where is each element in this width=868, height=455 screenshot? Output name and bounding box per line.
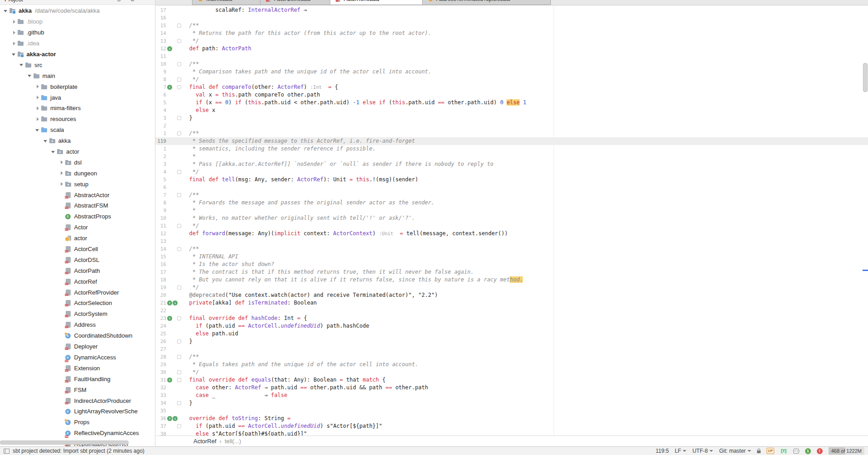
code-line[interactable]: 27: [155, 345, 868, 353]
fold-marker-icon[interactable]: [177, 355, 181, 359]
tree-item-dynamicaccess[interactable]: cDynamicAccess: [0, 352, 155, 363]
fold-marker-icon[interactable]: [177, 247, 181, 251]
notifications-count-badge[interactable]: 1: [805, 448, 811, 454]
git-branch-selector[interactable]: Git: master: [719, 448, 751, 454]
code-line[interactable]: 28 /**: [155, 353, 868, 361]
overrides-marker-icon[interactable]: ↑: [167, 85, 172, 90]
fold-marker-icon[interactable]: [177, 286, 181, 290]
code-line[interactable]: 19 */: [155, 284, 868, 291]
fold-marker-icon[interactable]: [177, 339, 181, 344]
code-line[interactable]: 13: [155, 237, 868, 245]
tree-item-.github[interactable]: .github: [0, 27, 155, 38]
fold-marker-icon[interactable]: [177, 62, 181, 66]
fold-marker-icon[interactable]: [177, 77, 181, 82]
code-line[interactable]: 11 */: [155, 222, 868, 230]
code-line[interactable]: 1 * semantics, including the sender refe…: [155, 145, 868, 153]
toolwindow-toggle-icon[interactable]: [4, 449, 10, 454]
line-separator-selector[interactable]: LF: [675, 448, 686, 454]
code-line[interactable]: 6: [155, 184, 868, 191]
code-line[interactable]: 4 */: [155, 168, 868, 176]
fold-marker-icon[interactable]: [177, 316, 181, 320]
code-line[interactable]: 5 final def tell(msg: Any, sender: Actor…: [155, 176, 868, 184]
fold-marker-icon[interactable]: [177, 116, 181, 120]
code-line-current[interactable]: 119 * Sends the specified message to thi…: [155, 137, 868, 145]
implemented-marker-icon[interactable]: ↓: [167, 46, 172, 51]
chevron-collapsed-icon[interactable]: [34, 116, 41, 122]
code-line[interactable]: 37 if (path.uid == ActorCell.undefinedUi…: [155, 422, 868, 430]
tree-item-address[interactable]: Address: [0, 319, 155, 330]
fold-marker-icon[interactable]: [177, 170, 181, 174]
chevron-expanded-icon[interactable]: [19, 62, 25, 68]
tree-item-actorrefprovider[interactable]: ActorRefProvider: [0, 287, 155, 298]
typed-badge[interactable]: [T]: [780, 448, 787, 454]
code-line[interactable]: 32 case other: ActorRef ⇒ path.uid == ot…: [155, 384, 868, 392]
code-line[interactable]: 9 * Comparison takes path and the unique…: [155, 68, 868, 76]
chevron-collapsed-icon[interactable]: [11, 40, 17, 47]
code-line[interactable]: 13 */: [155, 37, 868, 45]
tree-item-scala[interactable]: scala: [0, 125, 155, 136]
code-line[interactable]: 35: [155, 407, 868, 415]
caret-position[interactable]: 119:5: [656, 448, 669, 454]
code-line[interactable]: 15 /**: [155, 22, 868, 29]
code-line[interactable]: 22: [155, 307, 868, 315]
tree-item-abstractprops[interactable]: tAbstractProps: [0, 211, 155, 222]
tree-item-actor[interactable]: actor: [0, 233, 155, 244]
code-line[interactable]: 23↑ final override def hashCode: Int = {: [155, 315, 868, 322]
tree-item-abstractactor[interactable]: AbstractActor: [0, 189, 155, 200]
code-editor[interactable]: 17 scalaRef: InternalActorRef ⇒1615 /**1…: [155, 5, 868, 436]
code-line[interactable]: 17 * The contract is that if this method…: [155, 268, 868, 276]
code-line[interactable]: 6 val x = this.path compareTo other.path: [155, 91, 868, 99]
overrides-marker-icon[interactable]: ↑: [167, 416, 172, 421]
fold-marker-icon[interactable]: [177, 193, 181, 197]
memory-indicator[interactable]: 468 of 1222M: [829, 447, 864, 455]
robot-icon[interactable]: [793, 449, 799, 454]
code-line[interactable]: 14 /**: [155, 245, 868, 253]
tree-item-actor[interactable]: Actor: [0, 222, 155, 233]
chevron-collapsed-icon[interactable]: [58, 181, 65, 187]
code-line[interactable]: 5 if (x == 0) if (this.path.uid < other.…: [155, 99, 868, 106]
tree-item-actorselection[interactable]: ActorSelection: [0, 298, 155, 309]
project-tree-hscrollbar[interactable]: [0, 440, 129, 445]
tree-item-resources[interactable]: resources: [0, 114, 155, 125]
code-line[interactable]: 15 * INTERNAL API: [155, 253, 868, 261]
code-line[interactable]: 29 * Equals takes path and the unique id…: [155, 361, 868, 368]
chevron-expanded-icon[interactable]: [43, 138, 49, 144]
editor-tab-actorref.scala[interactable]: ActorRef.scala: [330, 0, 422, 5]
code-line[interactable]: 30 */: [155, 368, 868, 376]
tree-item-extension[interactable]: Extension: [0, 363, 155, 373]
code-line[interactable]: 33 case _ ⇒ false: [155, 392, 868, 399]
fold-marker-icon[interactable]: [177, 85, 181, 89]
status-message[interactable]: sbt project detected: Import sbt project…: [13, 448, 145, 454]
tree-item-akka-actor[interactable]: akka-actor: [0, 49, 155, 60]
fold-marker-icon[interactable]: [177, 424, 181, 428]
chevron-collapsed-icon[interactable]: [34, 105, 41, 111]
error-badge[interactable]: !: [817, 448, 823, 454]
tree-item-reflectivedynamicacces[interactable]: cReflectiveDynamicAcces: [0, 428, 155, 439]
tree-item-java[interactable]: java: [0, 92, 155, 103]
code-line[interactable]: 11: [155, 53, 868, 60]
tree-item-akka[interactable]: akka /data/rw/code/scala/akka: [0, 5, 155, 16]
breadcrumb-member[interactable]: tell(...): [225, 438, 241, 445]
fold-marker-icon[interactable]: [177, 401, 181, 405]
fold-marker-icon[interactable]: [177, 224, 181, 228]
code-line[interactable]: 8 */: [155, 76, 868, 83]
code-line[interactable]: 4 else x: [155, 106, 868, 114]
code-line[interactable]: 2: [155, 122, 868, 130]
breadcrumb-class[interactable]: ActorRef: [193, 438, 217, 445]
tree-item-main[interactable]: main: [0, 70, 155, 81]
fold-marker-icon[interactable]: [177, 39, 181, 43]
tree-item-actorref[interactable]: ActorRef: [0, 276, 155, 287]
tree-item-.bloop[interactable]: .bloop: [0, 16, 155, 27]
tree-item-boilerplate[interactable]: boilerplate: [0, 81, 155, 92]
code-line[interactable]: 36↑↓ override def toString: String =: [155, 415, 868, 422]
code-line[interactable]: 7↑ final def compareTo(other: ActorRef) …: [155, 83, 868, 91]
tree-item-actordsl[interactable]: ActorDSL: [0, 254, 155, 265]
chevron-collapsed-icon[interactable]: [34, 83, 41, 90]
code-line[interactable]: 17 scalaRef: InternalActorRef ⇒: [155, 6, 868, 14]
tree-item-actor[interactable]: actor: [0, 146, 155, 157]
code-line[interactable]: 10 /**: [155, 60, 868, 68]
code-line[interactable]: 24 if (path.uid == ActorCell.undefinedUi…: [155, 322, 868, 330]
tree-item-faulthandling[interactable]: FaultHandling: [0, 373, 155, 384]
code-line[interactable]: 25 else path.uid: [155, 330, 868, 338]
code-line[interactable]: 20 @deprecated("Use context.watch(actor)…: [155, 291, 868, 299]
